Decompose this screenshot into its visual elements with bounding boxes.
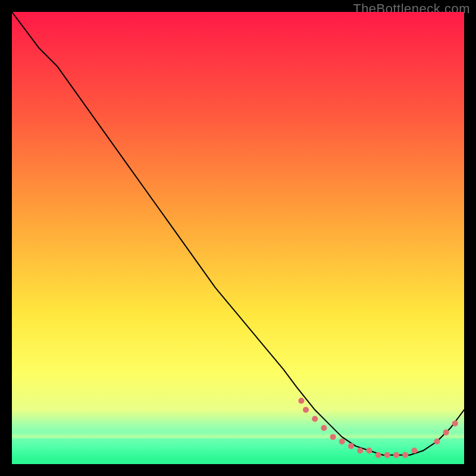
curve-dot bbox=[330, 434, 336, 440]
chart-svg bbox=[12, 12, 464, 464]
curve-dot bbox=[375, 452, 381, 458]
curve-dot bbox=[384, 452, 390, 458]
curve-dot bbox=[411, 447, 417, 453]
chart-plot-area bbox=[12, 12, 464, 464]
curve-dot bbox=[393, 452, 399, 458]
curve-dot bbox=[366, 447, 372, 453]
curve-dot bbox=[402, 452, 408, 458]
chart-stage: TheBottleneck.com bbox=[0, 0, 476, 476]
curve-dot bbox=[357, 447, 363, 453]
curve-dot bbox=[452, 421, 458, 427]
curve-dot bbox=[443, 430, 449, 436]
gradient-background bbox=[12, 12, 464, 464]
curve-dot bbox=[339, 439, 345, 444]
curve-dot bbox=[303, 407, 309, 413]
curve-dot bbox=[348, 443, 354, 449]
curve-dot bbox=[434, 439, 440, 444]
curve-dot bbox=[321, 425, 327, 431]
curve-dot bbox=[312, 416, 318, 422]
curve-dot bbox=[298, 398, 304, 404]
